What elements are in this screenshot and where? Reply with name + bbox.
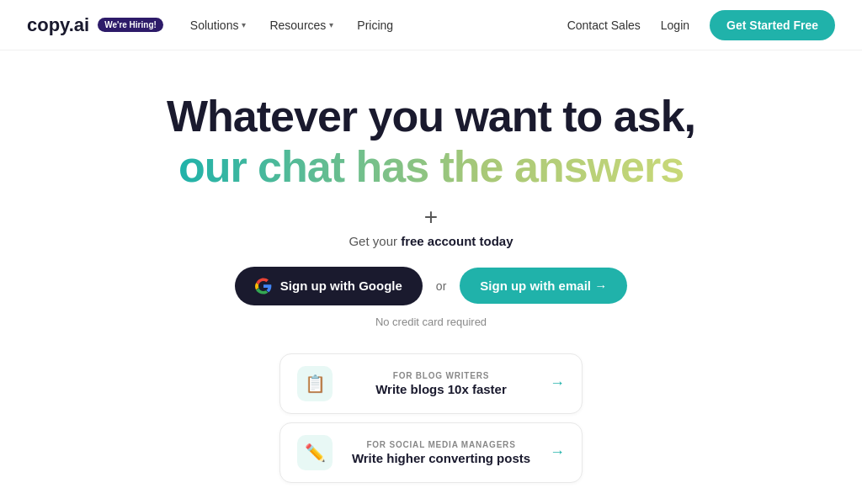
nav-pricing[interactable]: Pricing (357, 19, 393, 32)
feature-cards: 📋 FOR BLOG WRITERS Write blogs 10x faste… (0, 353, 862, 483)
get-started-button[interactable]: Get Started Free (710, 10, 835, 40)
chevron-down-icon: ▾ (329, 20, 333, 29)
chevron-down-icon: ▾ (242, 20, 246, 29)
social-icon: ✏️ (305, 443, 326, 463)
no-credit-card-text: No credit card required (375, 316, 487, 328)
hero-subtext: Get your free account today (349, 234, 513, 248)
blog-icon-wrap: 📋 (297, 366, 333, 401)
hiring-badge: We're Hiring! (98, 18, 163, 32)
feature-card-blog[interactable]: 📋 FOR BLOG WRITERS Write blogs 10x faste… (279, 353, 583, 414)
signup-email-button[interactable]: Sign up with email → (460, 268, 627, 304)
logo-text: copy.ai (27, 14, 89, 36)
signup-google-button[interactable]: Sign up with Google (235, 267, 423, 305)
blog-icon: 📋 (305, 374, 326, 394)
feature-card-social[interactable]: ✏️ FOR SOCIAL MEDIA MANAGERS Write highe… (279, 422, 583, 483)
navbar: copy.ai We're Hiring! Solutions ▾ Resour… (0, 0, 862, 50)
blog-arrow-icon: → (550, 374, 565, 392)
login-link[interactable]: Login (661, 19, 689, 32)
nav-right: Contact Sales Login Get Started Free (567, 10, 835, 40)
plus-symbol: + (424, 204, 438, 231)
hero-buttons: Sign up with Google or Sign up with emai… (235, 267, 627, 305)
hero-title-line1: Whatever you want to ask, (167, 93, 695, 141)
blog-feature-title: Write blogs 10x faster (344, 382, 538, 396)
contact-sales-link[interactable]: Contact Sales (567, 19, 641, 32)
blog-feature-label: FOR BLOG WRITERS (344, 371, 538, 380)
social-feature-label: FOR SOCIAL MEDIA MANAGERS (344, 440, 538, 449)
nav-resources[interactable]: Resources ▾ (269, 19, 333, 32)
hero-title-line2: our chat has the answers (178, 141, 684, 193)
nav-links: Solutions ▾ Resources ▾ Pricing (190, 19, 393, 32)
google-icon (255, 278, 272, 294)
social-feature-title: Write higher converting posts (344, 451, 538, 465)
social-icon-wrap: ✏️ (297, 435, 333, 470)
social-feature-text: FOR SOCIAL MEDIA MANAGERS Write higher c… (344, 440, 538, 465)
hero-section: Whatever you want to ask, our chat has t… (0, 50, 862, 483)
nav-solutions[interactable]: Solutions ▾ (190, 19, 247, 32)
or-separator: or (436, 279, 446, 293)
social-arrow-icon: → (550, 443, 565, 461)
blog-feature-text: FOR BLOG WRITERS Write blogs 10x faster (344, 371, 538, 396)
logo-link[interactable]: copy.ai We're Hiring! (27, 14, 163, 36)
